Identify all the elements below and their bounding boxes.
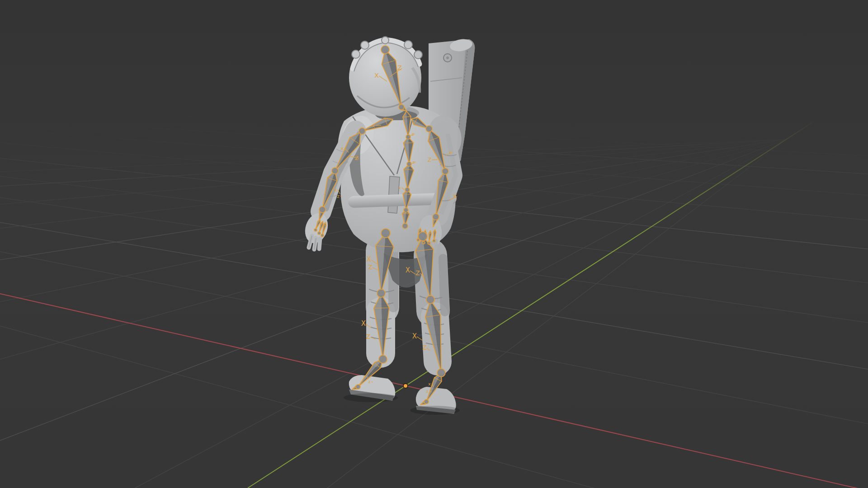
bone-joint[interactable] — [433, 214, 439, 220]
bone-joint[interactable] — [404, 208, 408, 212]
contact-shadow — [344, 393, 398, 402]
bone-joint[interactable] — [406, 135, 410, 139]
bone-axis-label: Z — [397, 64, 402, 71]
bone-joint[interactable] — [379, 355, 387, 363]
helmet-bolt — [404, 41, 412, 49]
bone-joint[interactable] — [405, 188, 410, 192]
bone-joint[interactable] — [442, 168, 448, 174]
bone-joint[interactable] — [399, 104, 404, 110]
bone-joint[interactable] — [381, 229, 390, 238]
bone-axis-label: x — [334, 187, 337, 193]
astronaut-model[interactable] — [302, 37, 475, 415]
bone-axis-label: z — [412, 132, 414, 136]
bone-joint[interactable] — [319, 206, 326, 213]
bone-axis-label: x — [341, 145, 344, 151]
bone-joint[interactable] — [428, 242, 430, 244]
bone-joint[interactable] — [332, 168, 338, 174]
bone-joint[interactable] — [433, 239, 435, 242]
bone-axis-label: X — [453, 193, 457, 200]
bone-axis-label: z — [368, 380, 371, 384]
bone-axis-label: X — [374, 72, 379, 79]
bone-axis-label: Z — [355, 155, 359, 161]
bone-axis-label: X — [361, 319, 366, 328]
bone-joint[interactable] — [402, 223, 408, 229]
bone-axis-label: x — [449, 150, 452, 155]
bone-joint[interactable] — [381, 46, 389, 54]
bone-axis-label: Z — [415, 269, 420, 277]
viewport-3d[interactable]: XZxxZxzxZXzzxXZXZXZXZxzxz — [0, 0, 868, 488]
helmet-bolt — [382, 37, 389, 44]
bone-joint[interactable] — [314, 229, 317, 231]
bone-axis-label: X — [367, 255, 371, 263]
bone-joint[interactable] — [377, 289, 385, 297]
bone-joint[interactable] — [426, 296, 434, 304]
bone-axis-label: Z — [366, 333, 370, 340]
bone-axis-label: X — [412, 332, 417, 340]
origin-point — [403, 384, 408, 388]
bone-axis-label: Z — [428, 157, 431, 163]
helmet-bolt — [414, 51, 422, 59]
bone-axis-label: Z — [422, 344, 427, 351]
bone-joint[interactable] — [426, 126, 432, 132]
bone-axis-label: z — [426, 389, 429, 394]
helmet-bolt — [361, 41, 369, 49]
bone-axis-label: z — [413, 160, 415, 164]
contact-shadow — [410, 406, 460, 415]
bone-joint[interactable] — [356, 385, 360, 389]
bone-joint[interactable] — [417, 239, 420, 241]
bone-axis-label: X — [406, 266, 410, 274]
helmet-bolt — [352, 50, 360, 58]
bone-axis-label: x — [428, 382, 431, 386]
bone-joint[interactable] — [321, 234, 324, 237]
bone-joint[interactable] — [359, 128, 365, 134]
bone-joint[interactable] — [437, 369, 445, 377]
axis-pointer-line — [417, 337, 422, 340]
bone-axis-label: x — [363, 375, 366, 379]
bone-axis-label: x — [398, 186, 401, 190]
bone-axis-label: z — [337, 194, 339, 199]
left-leg[interactable] — [349, 251, 395, 401]
bone-axis-label: Z — [368, 263, 373, 271]
bone-joint[interactable] — [422, 241, 425, 244]
bone-joint[interactable] — [424, 399, 429, 404]
bone-axis-label: x — [372, 123, 375, 129]
bone-joint[interactable] — [318, 232, 321, 235]
